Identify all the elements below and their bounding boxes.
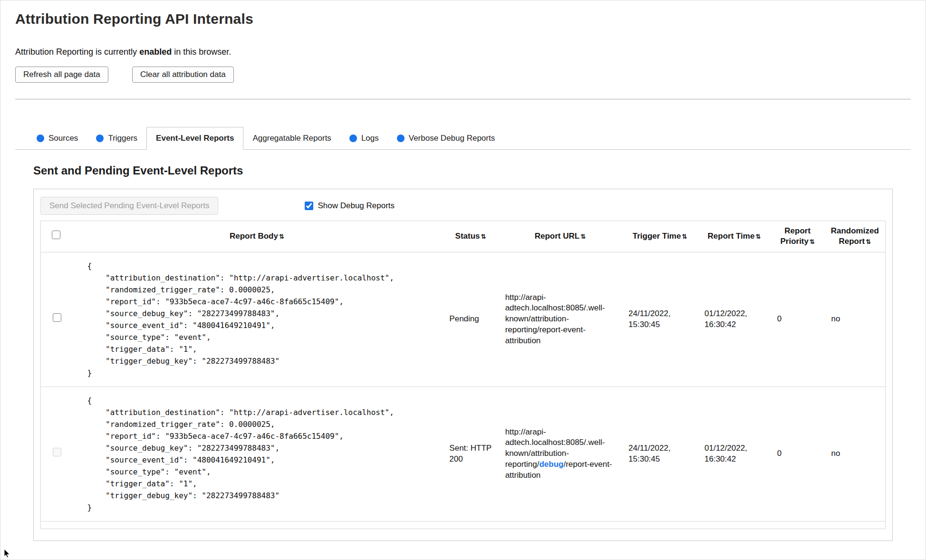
report-priority-cell: 0 (771, 386, 825, 521)
report-url-cell: http://arapi-adtech.localhost:8085/.well… (499, 252, 622, 386)
reports-controls-row: Send Selected Pending Event-Level Report… (40, 197, 886, 215)
header-label: Trigger Time (633, 232, 681, 241)
show-debug-reports-toggle[interactable]: Show Debug Reports (305, 201, 395, 211)
sort-icon: ⇅ (580, 233, 586, 240)
show-debug-reports-checkbox[interactable] (305, 202, 313, 210)
triggers-status-dot-icon (96, 135, 104, 142)
trigger-time-cell: 24/11/2022, 15:30:45 (622, 386, 698, 521)
header-label: Status (455, 232, 480, 241)
header-status[interactable]: Status⇅ (443, 221, 498, 252)
event-level-reports-panel: Send Selected Pending Event-Level Report… (33, 189, 893, 541)
tab-event-level-reports[interactable]: Event-Level Reports (146, 127, 243, 150)
report-priority-cell: 0 (771, 252, 825, 386)
sort-icon: ⇅ (682, 233, 687, 240)
clear-all-attribution-data-button[interactable]: Clear all attribution data (132, 67, 234, 83)
tab-label: Verbose Debug Reports (409, 134, 495, 143)
header-row: Report Body⇅ Status⇅ Report URL⇅ Trigger… (41, 221, 886, 252)
top-buttons-row: Refresh all page data Clear all attribut… (15, 67, 911, 83)
row-select-cell (41, 252, 71, 386)
header-report-time[interactable]: Report Time⇅ (698, 221, 771, 252)
tab-label: Aggregatable Reports (252, 134, 331, 143)
row-select-cell (41, 386, 71, 521)
report-time-cell: 01/12/2022, 16:30:42 (698, 386, 771, 521)
randomized-report-cell: no (825, 252, 886, 386)
tab-label: Event-Level Reports (156, 134, 234, 143)
header-label: Report URL (535, 232, 579, 241)
sort-icon: ⇅ (279, 233, 284, 240)
event-level-reports-table: Report Body⇅ Status⇅ Report URL⇅ Trigger… (40, 221, 886, 529)
mouse-cursor-icon (4, 549, 10, 559)
status-cell: Pending (443, 252, 498, 386)
report-time-cell: 01/12/2022, 16:30:42 (698, 252, 771, 386)
table-body: { "attribution_destination": "http://ara… (41, 252, 886, 521)
sort-icon: ⇅ (866, 238, 871, 245)
row-select-checkbox[interactable] (53, 313, 61, 322)
header-label: Report Priority (780, 226, 810, 246)
select-all-checkbox[interactable] (52, 231, 60, 239)
table-footer-cell (41, 521, 886, 529)
header-label: Randomized Report (831, 226, 879, 246)
sort-icon: ⇅ (755, 233, 761, 240)
randomized-report-cell: no (825, 386, 886, 521)
report-url-cell: http://arapi-adtech.localhost:8085/.well… (499, 386, 622, 521)
header-label: Report Body (230, 232, 278, 241)
section-heading: Sent and Pending Event-Level Reports (33, 164, 893, 177)
sort-icon: ⇅ (481, 233, 486, 240)
header-trigger-time[interactable]: Trigger Time⇅ (622, 221, 698, 252)
report-row-pending: { "attribution_destination": "http://ara… (41, 252, 886, 386)
page-title: Attribution Reporting API Internals (15, 11, 911, 27)
tab-label: Logs (361, 134, 379, 143)
tab-label: Triggers (108, 134, 137, 143)
debug-path-highlight: debug (539, 460, 563, 469)
tab-logs[interactable]: Logs (340, 127, 388, 149)
send-selected-reports-button[interactable]: Send Selected Pending Event-Level Report… (40, 197, 218, 215)
show-debug-reports-label: Show Debug Reports (318, 201, 395, 211)
report-body-json: { "attribution_destination": "http://ara… (87, 395, 438, 513)
header-report-url[interactable]: Report URL⇅ (499, 221, 622, 252)
tab-sources[interactable]: Sources (28, 127, 87, 149)
select-all-header-cell (41, 221, 71, 252)
refresh-all-page-data-button[interactable]: Refresh all page data (15, 67, 108, 83)
trigger-time-cell: 24/11/2022, 15:30:45 (622, 252, 698, 386)
tab-label: Sources (48, 134, 78, 143)
sort-icon: ⇅ (810, 238, 815, 245)
verbose-debug-status-dot-icon (397, 135, 405, 142)
header-report-priority[interactable]: Report Priority⇅ (771, 221, 825, 252)
table-footer-row (41, 521, 886, 529)
feature-status-line: Attribution Reporting is currently enabl… (15, 47, 911, 57)
attribution-internals-page: Attribution Reporting API Internals Attr… (0, 0, 926, 560)
tab-bar: Sources Triggers Event-Level Reports Agg… (15, 127, 911, 150)
table-footer (41, 521, 886, 529)
header-report-body[interactable]: Report Body⇅ (71, 221, 443, 252)
table-header: Report Body⇅ Status⇅ Report URL⇅ Trigger… (41, 221, 886, 252)
tab-verbose-debug-reports[interactable]: Verbose Debug Reports (388, 127, 504, 149)
sources-status-dot-icon (37, 135, 44, 142)
status-enabled-text: enabled (139, 47, 172, 57)
tab-aggregatable-reports[interactable]: Aggregatable Reports (243, 127, 340, 149)
report-body-cell: { "attribution_destination": "http://ara… (71, 386, 443, 521)
header-divider (15, 99, 911, 99)
logs-status-dot-icon (349, 135, 357, 142)
header-label: Report Time (708, 232, 755, 241)
status-suffix: in this browser. (172, 47, 231, 57)
report-row-sent: { "attribution_destination": "http://ara… (41, 386, 886, 521)
tab-content: Sent and Pending Event-Level Reports Sen… (0, 164, 926, 541)
tab-triggers[interactable]: Triggers (87, 127, 146, 149)
row-select-checkbox[interactable] (53, 448, 61, 456)
status-cell: Sent: HTTP 200 (443, 386, 498, 521)
report-body-cell: { "attribution_destination": "http://ara… (71, 252, 443, 386)
report-body-json: { "attribution_destination": "http://ara… (87, 260, 438, 379)
page-header: Attribution Reporting API Internals Attr… (0, 0, 926, 99)
header-randomized-report[interactable]: Randomized Report⇅ (825, 221, 886, 252)
status-prefix: Attribution Reporting is currently (15, 47, 139, 57)
